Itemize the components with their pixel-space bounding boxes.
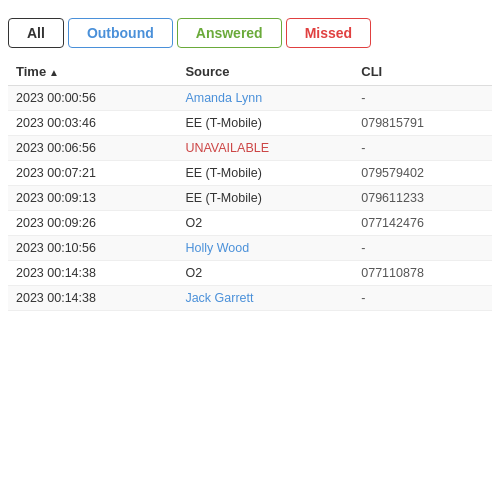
cell-source: EE (T-Mobile) (177, 111, 353, 136)
cell-cli: 079611233 (353, 186, 492, 211)
table-row: 2023 00:14:38Jack Garrett- (8, 286, 492, 311)
table-row: 2023 00:03:46EE (T-Mobile)079815791 (8, 111, 492, 136)
tab-all[interactable]: All (8, 18, 64, 48)
table-body: 2023 00:00:56Amanda Lynn-2023 00:03:46EE… (8, 86, 492, 311)
call-table: Time Source CLI 2023 00:00:56Amanda Lynn… (8, 58, 492, 311)
cell-source: EE (T-Mobile) (177, 161, 353, 186)
tab-outbound[interactable]: Outbound (68, 18, 173, 48)
cell-cli: - (353, 136, 492, 161)
cell-cli: 079579402 (353, 161, 492, 186)
table-row: 2023 00:00:56Amanda Lynn- (8, 86, 492, 111)
tab-bar: All Outbound Answered Missed (0, 0, 500, 58)
cell-source: EE (T-Mobile) (177, 186, 353, 211)
cell-cli: - (353, 286, 492, 311)
cell-source[interactable]: Amanda Lynn (177, 86, 353, 111)
cell-time: 2023 00:10:56 (8, 236, 177, 261)
col-cli[interactable]: CLI (353, 58, 492, 86)
cell-time: 2023 00:03:46 (8, 111, 177, 136)
cell-cli: 077110878 (353, 261, 492, 286)
tab-missed[interactable]: Missed (286, 18, 371, 48)
cell-time: 2023 00:14:38 (8, 286, 177, 311)
cell-time: 2023 00:14:38 (8, 261, 177, 286)
call-table-container: Time Source CLI 2023 00:00:56Amanda Lynn… (0, 58, 500, 311)
cell-cli: 079815791 (353, 111, 492, 136)
cell-source: UNAVAILABLE (177, 136, 353, 161)
cell-source[interactable]: Holly Wood (177, 236, 353, 261)
table-row: 2023 00:07:21EE (T-Mobile)079579402 (8, 161, 492, 186)
table-row: 2023 00:10:56Holly Wood- (8, 236, 492, 261)
cell-source[interactable]: Jack Garrett (177, 286, 353, 311)
cell-cli: 077142476 (353, 211, 492, 236)
cell-time: 2023 00:00:56 (8, 86, 177, 111)
table-row: 2023 00:14:38O2077110878 (8, 261, 492, 286)
cell-cli: - (353, 86, 492, 111)
table-row: 2023 00:06:56UNAVAILABLE- (8, 136, 492, 161)
cell-cli: - (353, 236, 492, 261)
table-header: Time Source CLI (8, 58, 492, 86)
table-row: 2023 00:09:26O2077142476 (8, 211, 492, 236)
cell-source: O2 (177, 261, 353, 286)
tab-answered[interactable]: Answered (177, 18, 282, 48)
cell-time: 2023 00:09:13 (8, 186, 177, 211)
col-time[interactable]: Time (8, 58, 177, 86)
cell-time: 2023 00:07:21 (8, 161, 177, 186)
cell-time: 2023 00:06:56 (8, 136, 177, 161)
table-row: 2023 00:09:13EE (T-Mobile)079611233 (8, 186, 492, 211)
col-source[interactable]: Source (177, 58, 353, 86)
cell-source: O2 (177, 211, 353, 236)
cell-time: 2023 00:09:26 (8, 211, 177, 236)
